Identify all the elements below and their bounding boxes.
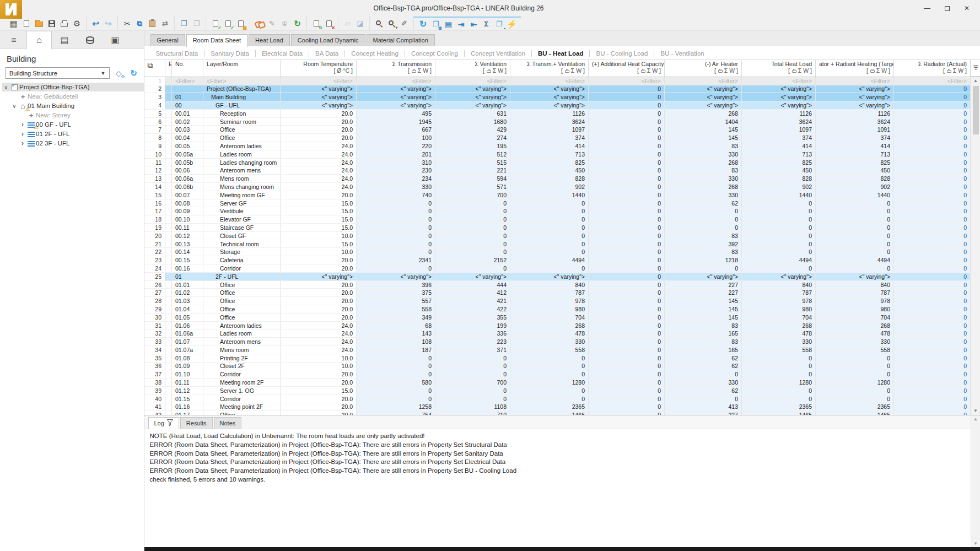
- value-cell[interactable]: 0: [589, 289, 665, 297]
- redo-icon[interactable]: ↪: [102, 18, 115, 29]
- value-cell[interactable]: 20.0: [281, 134, 357, 142]
- value-cell[interactable]: 268: [665, 158, 742, 166]
- value-cell[interactable]: 0: [589, 403, 665, 411]
- value-cell[interactable]: 0: [894, 329, 971, 338]
- row-number-cell[interactable]: 24: [144, 264, 165, 273]
- value-cell[interactable]: 0: [435, 370, 510, 379]
- value-cell[interactable]: 268: [665, 109, 742, 117]
- value-cell[interactable]: 83: [665, 321, 742, 329]
- value-cell[interactable]: 0: [894, 272, 971, 280]
- value-cell[interactable]: 0: [742, 215, 816, 224]
- value-cell[interactable]: 20.0: [281, 109, 357, 117]
- value-cell[interactable]: 374: [816, 134, 894, 142]
- filter-cell[interactable]: <Filter>: [435, 77, 510, 85]
- value-cell[interactable]: 0: [435, 207, 510, 215]
- value-cell[interactable]: 558: [357, 305, 435, 314]
- value-cell[interactable]: 145: [665, 134, 742, 142]
- value-cell[interactable]: 330: [665, 379, 742, 387]
- value-cell[interactable]: 68: [357, 321, 435, 329]
- value-cell[interactable]: 3624: [742, 117, 816, 126]
- room-name-cell[interactable]: Server GF: [203, 199, 281, 207]
- et-cell[interactable]: [165, 313, 172, 321]
- room-number-cell[interactable]: 00.05a: [172, 150, 203, 158]
- value-cell[interactable]: 0: [742, 224, 816, 232]
- settings-icon[interactable]: ⚙: [71, 18, 83, 29]
- room-number-cell[interactable]: 00.11: [172, 224, 203, 232]
- room-number-cell[interactable]: 00.07: [172, 191, 203, 199]
- value-cell[interactable]: 1280: [742, 379, 816, 387]
- value-cell[interactable]: 274: [435, 134, 510, 142]
- room-number-cell[interactable]: 01.15: [172, 395, 203, 403]
- value-cell[interactable]: 20.0: [281, 297, 357, 305]
- et-cell[interactable]: [165, 150, 172, 158]
- row-number-cell[interactable]: 31: [144, 321, 165, 329]
- room-name-cell[interactable]: Staircase GF: [203, 224, 281, 232]
- value-cell[interactable]: 195: [435, 142, 510, 150]
- apps-menu-icon[interactable]: ▦: [7, 18, 20, 29]
- et-cell[interactable]: [165, 215, 172, 224]
- value-cell[interactable]: 0: [589, 280, 665, 289]
- et-cell[interactable]: [165, 166, 172, 175]
- filter-cell[interactable]: [165, 77, 172, 85]
- value-cell[interactable]: 825: [816, 158, 894, 166]
- column-header[interactable]: ator + Radiant Heating (Target)[ Σ W ]: [816, 60, 894, 77]
- value-cell[interactable]: 227: [665, 411, 742, 415]
- room-number-cell[interactable]: 01.16: [172, 403, 203, 411]
- value-cell[interactable]: 0: [894, 191, 971, 199]
- value-cell[interactable]: 1465: [816, 411, 894, 415]
- value-cell[interactable]: 0: [589, 379, 665, 387]
- room-name-cell[interactable]: Mens room: [203, 175, 281, 183]
- value-cell[interactable]: 165: [665, 329, 742, 338]
- value-cell[interactable]: 3624: [510, 117, 589, 126]
- value-cell[interactable]: 700: [435, 191, 510, 199]
- room-name-cell[interactable]: Office: [203, 134, 281, 142]
- value-cell[interactable]: 1091: [816, 126, 894, 134]
- value-cell[interactable]: 0: [894, 101, 971, 110]
- room-number-cell[interactable]: 01.12: [172, 386, 203, 395]
- log-tab-results[interactable]: Results: [180, 417, 213, 429]
- room-number-cell[interactable]: 00.05b: [172, 158, 203, 166]
- value-cell[interactable]: 412: [435, 289, 510, 297]
- row-number-cell[interactable]: 37: [144, 370, 165, 379]
- column-header[interactable]: Σ Transmission[ Σ W ]: [357, 60, 435, 77]
- room-name-cell[interactable]: Anteroom mens: [203, 166, 281, 175]
- open-folder-icon[interactable]: [33, 18, 45, 29]
- value-cell[interactable]: 0: [894, 85, 971, 93]
- room-number-cell[interactable]: 01.04: [172, 305, 203, 314]
- value-cell[interactable]: <" varying">: [665, 272, 742, 280]
- et-cell[interactable]: [165, 346, 172, 354]
- value-cell[interactable]: 0: [816, 224, 894, 232]
- tree-item[interactable]: +New: Storey: [2, 111, 144, 120]
- row-number-cell[interactable]: 27: [144, 289, 165, 297]
- value-cell[interactable]: 0: [894, 370, 971, 379]
- value-cell[interactable]: 0: [589, 305, 665, 314]
- maximize-button[interactable]: [937, 2, 957, 14]
- value-cell[interactable]: 0: [589, 346, 665, 354]
- value-cell[interactable]: 20.0: [281, 117, 357, 126]
- subtab-ba-data[interactable]: BA Data: [309, 50, 345, 57]
- value-cell[interactable]: 0: [894, 224, 971, 232]
- value-cell[interactable]: 0: [435, 264, 510, 273]
- value-cell[interactable]: 20.0: [281, 379, 357, 387]
- room-name-cell[interactable]: Seminar room: [203, 117, 281, 126]
- value-cell[interactable]: 0: [589, 199, 665, 207]
- value-cell[interactable]: 0: [589, 175, 665, 183]
- value-cell[interactable]: 0: [816, 248, 894, 256]
- value-cell[interactable]: 0: [894, 362, 971, 370]
- value-cell[interactable]: 1440: [816, 191, 894, 199]
- row-number-cell[interactable]: 17: [144, 207, 165, 215]
- value-cell[interactable]: 450: [816, 166, 894, 175]
- value-cell[interactable]: 62: [665, 354, 742, 362]
- value-cell[interactable]: 0: [357, 386, 435, 395]
- swap-icon[interactable]: ⇄: [159, 18, 171, 29]
- value-cell[interactable]: 0: [742, 395, 816, 403]
- log-tab-notes[interactable]: Notes: [214, 417, 242, 429]
- row-number-cell[interactable]: 19: [144, 224, 165, 232]
- value-cell[interactable]: 15.0: [281, 215, 357, 224]
- room-name-cell[interactable]: Reception: [203, 109, 281, 117]
- subtab-concept-cooling[interactable]: Concept Cooling: [405, 50, 465, 57]
- value-cell[interactable]: 0: [665, 207, 742, 215]
- room-name-cell[interactable]: Elevator GF: [203, 215, 281, 224]
- value-cell[interactable]: 429: [435, 126, 510, 134]
- value-cell[interactable]: 0: [665, 370, 742, 379]
